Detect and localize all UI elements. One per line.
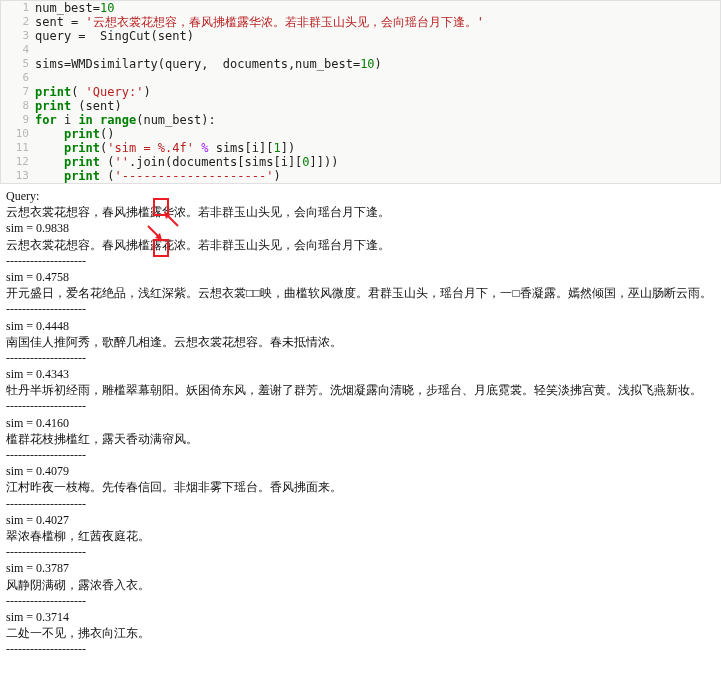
separator: -------------------- (6, 253, 715, 269)
separator: -------------------- (6, 301, 715, 317)
separator: -------------------- (6, 350, 715, 366)
line-number: 6 (1, 71, 35, 85)
code-content[interactable]: print (sent) (35, 99, 122, 113)
code-editor[interactable]: 1num_best=102sent = '云想衣裳花想容，春风拂槛露华浓。若非群… (0, 0, 721, 184)
result-text: 二处一不见，拂衣向江东。 (6, 625, 715, 641)
sim-score: sim = 0.4448 (6, 318, 715, 334)
line-number: 4 (1, 43, 35, 57)
line-number: 11 (1, 141, 35, 155)
code-line[interactable]: 11 print('sim = %.4f' % sims[i][1]) (1, 141, 720, 155)
sim-score: sim = 0.4343 (6, 366, 715, 382)
code-line[interactable]: 9for i in range(num_best): (1, 113, 720, 127)
query-sentence: 云想衣裳花想容，春风拂槛露华浓。若非群玉山头见，会向瑶台月下逢。 (6, 204, 715, 220)
code-line[interactable]: 6 (1, 71, 720, 85)
code-line[interactable]: 8print (sent) (1, 99, 720, 113)
result-text: 牡丹半坼初经雨，雕槛翠幕朝阳。妖困倚东风，羞谢了群芳。洗烟凝露向清晓，步瑶台、月… (6, 382, 715, 398)
sim-score: sim = 0.4079 (6, 463, 715, 479)
result-text: 风静阴满砌，露浓香入衣。 (6, 577, 715, 593)
line-number: 3 (1, 29, 35, 43)
code-content[interactable]: print('sim = %.4f' % sims[i][1]) (35, 141, 295, 155)
code-line[interactable]: 3query = SingCut(sent) (1, 29, 720, 43)
line-number: 8 (1, 99, 35, 113)
sim-score: sim = 0.3787 (6, 560, 715, 576)
line-number: 7 (1, 85, 35, 99)
code-content[interactable]: print ('--------------------') (35, 169, 281, 183)
result-text: 槛群花枝拂槛红，露天香动满帘风。 (6, 431, 715, 447)
result-text: 南国佳人推阿秀，歌醉几相逢。云想衣裳花想容。春未抵情浓。 (6, 334, 715, 350)
separator: -------------------- (6, 496, 715, 512)
code-content[interactable]: for i in range(num_best): (35, 113, 216, 127)
line-number: 2 (1, 15, 35, 29)
code-content[interactable]: print( 'Query:') (35, 85, 151, 99)
output-console: Query:云想衣裳花想容，春风拂槛露华浓。若非群玉山头见，会向瑶台月下逢。si… (0, 184, 721, 661)
code-content[interactable]: num_best=10 (35, 1, 114, 15)
query-label: Query: (6, 188, 715, 204)
code-line[interactable]: 7print( 'Query:') (1, 85, 720, 99)
sim-score: sim = 0.3714 (6, 609, 715, 625)
code-content[interactable]: print() (35, 127, 114, 141)
separator: -------------------- (6, 544, 715, 560)
separator: -------------------- (6, 641, 715, 657)
code-line[interactable]: 4 (1, 43, 720, 57)
code-content[interactable]: sent = '云想衣裳花想容，春风拂槛露华浓。若非群玉山头见，会向瑶台月下逢。… (35, 15, 484, 29)
sim-score: sim = 0.4160 (6, 415, 715, 431)
code-line[interactable]: 1num_best=10 (1, 1, 720, 15)
line-number: 9 (1, 113, 35, 127)
sim-score: sim = 0.4027 (6, 512, 715, 528)
sim-score: sim = 0.4758 (6, 269, 715, 285)
result-text: 翠浓春槛柳，红茜夜庭花。 (6, 528, 715, 544)
code-content[interactable]: sims=WMDsimilarty(query, documents,num_b… (35, 57, 382, 71)
line-number: 13 (1, 169, 35, 183)
line-number: 5 (1, 57, 35, 71)
result-text: 云想衣裳花想容。春风拂槛露花浓。若非群玉山头见，会向瑶台月下逢。 (6, 237, 715, 253)
code-content[interactable]: print (''.join(documents[sims[i][0]])) (35, 155, 338, 169)
sim-score: sim = 0.9838 (6, 220, 715, 236)
result-text: 开元盛日，爱名花绝品，浅红深紫。云想衣裳□□映，曲槛软风微度。君群玉山头，瑶台月… (6, 285, 715, 301)
separator: -------------------- (6, 398, 715, 414)
separator: -------------------- (6, 593, 715, 609)
code-line[interactable]: 13 print ('--------------------') (1, 169, 720, 183)
line-number: 12 (1, 155, 35, 169)
line-number: 1 (1, 1, 35, 15)
result-text: 江村昨夜一枝梅。先传春信回。非烟非雾下瑶台。香风拂面来。 (6, 479, 715, 495)
code-content[interactable]: query = SingCut(sent) (35, 29, 194, 43)
separator: -------------------- (6, 447, 715, 463)
line-number: 10 (1, 127, 35, 141)
code-line[interactable]: 2sent = '云想衣裳花想容，春风拂槛露华浓。若非群玉山头见，会向瑶台月下逢… (1, 15, 720, 29)
code-line[interactable]: 12 print (''.join(documents[sims[i][0]])… (1, 155, 720, 169)
code-line[interactable]: 5sims=WMDsimilarty(query, documents,num_… (1, 57, 720, 71)
code-line[interactable]: 10 print() (1, 127, 720, 141)
